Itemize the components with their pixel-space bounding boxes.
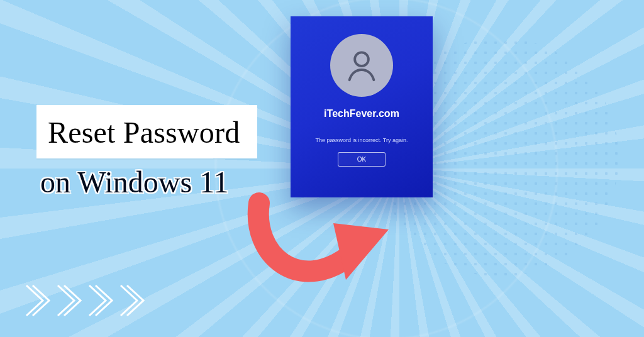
ok-button[interactable]: OK: [338, 152, 386, 167]
svg-point-0: [355, 52, 369, 66]
user-icon: [342, 46, 381, 85]
windows-lockscreen-card: iTechFever.com The password is incorrect…: [291, 16, 433, 197]
title-line-2: on Windows 11: [40, 165, 228, 199]
account-username: iTechFever.com: [324, 108, 399, 119]
chevron-right-icon: [23, 283, 50, 318]
title-card: Reset Password: [36, 105, 257, 158]
avatar: [330, 34, 393, 97]
chevron-right-icon: [54, 283, 82, 318]
chevron-right-icon: [86, 283, 113, 318]
chevron-row: [23, 283, 145, 318]
chevron-right-icon: [117, 283, 145, 318]
error-message: The password is incorrect. Try again.: [315, 137, 408, 143]
title-line-1: Reset Password: [48, 115, 240, 150]
